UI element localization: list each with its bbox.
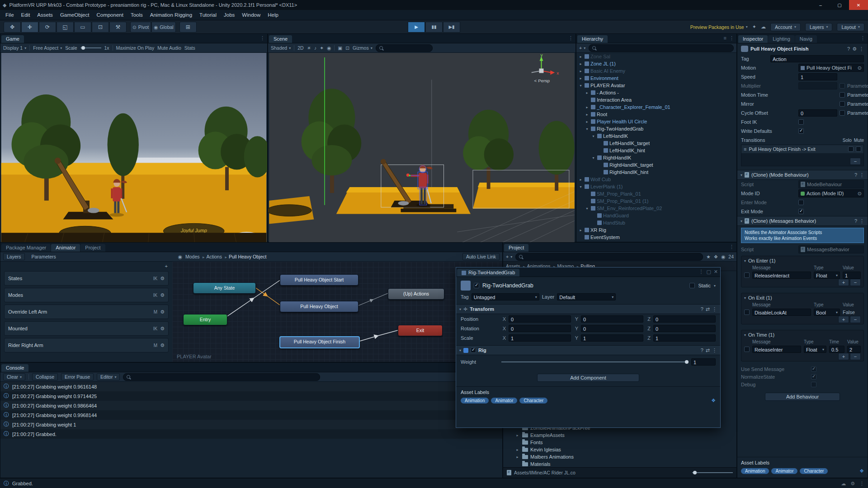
layer-settings-gear-icon[interactable]: ⚙ [160,326,165,332]
gizmos-dropdown[interactable]: Gizmos▾ [353,45,373,51]
expand-arrow[interactable]: ▾ [591,156,596,160]
value-field[interactable]: 1 [843,272,861,279]
type-dropdown[interactable]: Float▾ [804,346,826,353]
panel-menu-icon[interactable]: ⋮ [729,35,734,41]
undo-history-icon[interactable]: ✦ [752,24,756,30]
parameters-toggle[interactable]: Parameters [28,253,60,260]
breadcrumb-item[interactable]: Actions [207,254,227,259]
active-checkbox[interactable] [474,283,479,288]
hand-tool-icon[interactable]: ✥ [4,22,21,33]
z-field[interactable]: 0 [653,325,716,332]
cycle-parameter-checkbox[interactable] [840,110,845,116]
watch-eye-icon[interactable]: ◉ [178,254,182,259]
hierarchy-item[interactable]: ▸ XR Rig [576,226,736,234]
transform-tool-icon[interactable]: ⊡ [92,22,109,33]
auto-live-link-toggle[interactable]: Auto Live Link [462,253,500,260]
expand-arrow[interactable]: ▸ [578,228,583,232]
pivot-toggle[interactable]: ⊙Pivot [130,22,151,33]
animator-state-node[interactable]: Pull Heavy Object Finish [279,336,360,348]
foldout-arrow[interactable]: ▾ [744,333,746,337]
scene-visibility-icon[interactable]: ◉ [327,45,331,51]
component-tools-icon[interactable]: ⊡ [345,45,349,51]
minimize-button[interactable]: – [811,0,830,10]
scene-audio-icon[interactable]: ♪ [314,45,316,51]
menu-item[interactable]: Edit [18,11,34,19]
x-field[interactable]: 1 [509,334,571,342]
add-message-button[interactable]: + [838,353,849,360]
normalize-state-checkbox[interactable] [811,374,816,380]
stats-toggle[interactable]: Stats [184,45,195,51]
layers-toggle[interactable]: Layers [3,253,25,260]
status-message[interactable]: Grabbed. [12,481,33,486]
message-field[interactable]: DisableLookAt [752,309,811,316]
preset-icon[interactable]: ⇄ [706,306,710,312]
hierarchy-item[interactable]: ▾ LeverPlank (1) [576,183,736,190]
remove-message-button[interactable]: − [850,316,861,323]
add-behaviour-button[interactable]: Add Behaviour [765,393,840,401]
mode-id-object-field[interactable]: Action (Mode ID) ⊙ [798,189,864,197]
animator-state-node[interactable]: Exit [398,325,443,336]
rotate-tool-icon[interactable]: ⟳ [39,22,56,33]
tab-hierarchy[interactable]: Hierarchy [577,35,608,43]
game-viewport[interactable]: Joyful Jump [0,53,267,243]
animator-graph[interactable]: Any StateEntryPull Heavy Object StartPul… [172,262,502,362]
error-pause-toggle[interactable]: Error Pause [61,373,94,380]
menu-item[interactable]: Window [238,11,264,19]
panel-menu-icon[interactable]: ⋮ [860,35,865,41]
foldout-arrow[interactable]: ▾ [744,259,746,263]
window-maximize-icon[interactable]: ▢ [706,269,711,275]
motion-object-field[interactable]: Pull Heavy Object Fi ⊙ [798,64,864,72]
maximize-button[interactable]: ▢ [830,0,849,10]
hierarchy-item[interactable]: LeftHandIK_target [576,140,736,147]
tab-console[interactable]: Console [1,364,28,372]
kebab-icon[interactable]: ⋮ [712,347,717,353]
thumbnail-zoom-slider[interactable] [692,472,733,473]
gameobject-name[interactable]: Rig-TwoHandedGrab [482,282,686,289]
pause-button[interactable]: ▮▮ [425,22,443,33]
message-field[interactable]: ReleaseInter [752,346,801,353]
expand-arrow[interactable]: ▸ [515,433,520,437]
messages-behavior-header[interactable]: ▾ (Clone) (Messages Behavior) ? ⋮ [737,216,868,226]
display-dropdown[interactable]: Display 1▾ [3,45,26,51]
script-object-field[interactable]: ModeBehaviour [798,180,864,188]
breadcrumb-item[interactable]: Pull Heavy Object [229,254,266,259]
kebab-icon[interactable]: ⋮ [712,306,717,312]
multiplier-field[interactable] [798,82,837,89]
hierarchy-search-input[interactable] [589,44,734,52]
hierarchy-item[interactable]: ▾ PLAYER Avatar [576,82,736,89]
multiplier-parameter-checkbox[interactable] [840,83,845,89]
expand-arrow[interactable]: ▾ [591,134,596,138]
expand-arrow[interactable]: ▸ [578,178,583,182]
message-enabled-checkbox[interactable] [744,272,750,278]
project-folder-row[interactable]: ▸ Kevin Iglesias [503,446,736,453]
tag-dropdown[interactable]: Untagged▾ [472,293,539,300]
hierarchy-item[interactable]: ▸ Root [576,111,736,118]
animator-layer[interactable]: States IK ⚙ [4,271,169,286]
expand-arrow[interactable]: ▸ [585,113,590,117]
mirror-parameter-checkbox[interactable] [840,101,845,107]
panel-menu-icon[interactable]: ⋮ [568,35,573,41]
object-picker-icon[interactable]: ⊙ [858,65,862,71]
layer-settings-gear-icon[interactable]: ⚙ [160,343,165,348]
animator-state-node[interactable]: Entry [183,314,227,325]
layer-settings-gear-icon[interactable]: ⚙ [160,276,165,282]
preview-packages-dropdown[interactable]: Preview Packages in Use▾ [690,24,748,30]
animator-state-node[interactable]: Pull Heavy Object [280,301,359,312]
tab-project[interactable]: Project [504,244,528,252]
type-dropdown[interactable]: Bool▾ [814,309,840,316]
layout-dropdown[interactable]: Layout▾ [837,23,864,31]
foldout-arrow[interactable]: ▾ [459,307,461,311]
console-log-entry[interactable]: ⓘ [21:00:27] Grabbing weight 0.9616148 [0,382,502,391]
project-folder-row[interactable]: ▸ ExampleAssets [503,432,736,439]
label-pill[interactable]: Character [519,398,547,404]
scene-camera-icon[interactable]: ▣ [338,45,342,51]
foldout-arrow[interactable]: ▾ [459,348,461,352]
console-log-entry[interactable]: ⓘ [21:00:27] Grabbing weight 0.9866464 [0,401,502,410]
weight-field[interactable]: 1 [691,358,716,366]
close-button[interactable]: ✕ [849,0,868,10]
foldout-arrow[interactable]: ▾ [741,173,742,177]
add-component-button[interactable]: Add Component [537,374,639,382]
expand-arrow[interactable]: ▾ [578,185,583,189]
add-message-button[interactable]: + [838,316,849,323]
preset-icon[interactable]: ⇄ [706,347,710,353]
